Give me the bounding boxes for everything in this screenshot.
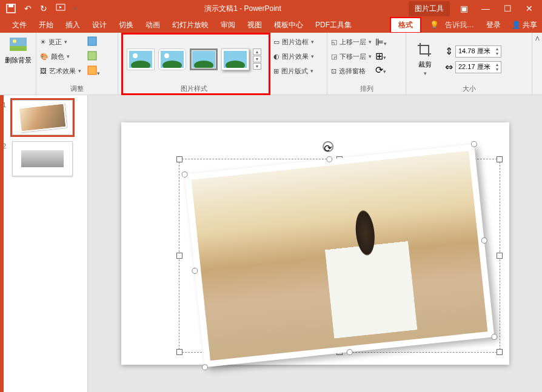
style-thumb-2[interactable] xyxy=(158,48,186,70)
palette-icon: 🎨 xyxy=(40,53,49,61)
send-backward-icon: ◲ xyxy=(331,53,337,61)
selection-pane-button[interactable]: ⊡选择窗格 xyxy=(331,64,372,78)
gallery-more-icon[interactable]: ▾ xyxy=(253,63,261,70)
redo-icon[interactable]: ↻ xyxy=(40,4,47,13)
close-icon[interactable]: ✕ xyxy=(521,4,537,13)
size-group-label: 大小 xyxy=(410,83,528,93)
gallery-up-icon[interactable]: ▴ xyxy=(253,48,261,55)
start-slideshow-icon[interactable] xyxy=(56,3,65,15)
remove-background-button[interactable]: 删除背景 xyxy=(4,35,32,65)
slide-canvas[interactable]: ⟳ xyxy=(88,95,542,392)
workspace: 1 2 ⟳ xyxy=(0,95,542,392)
layout-icon: ⊞ xyxy=(273,67,279,75)
align-icon[interactable]: ⊫▾ xyxy=(375,36,387,48)
window-title: 演示文稿1 - PowerPoint xyxy=(77,4,409,14)
styles-group-label: 图片样式 xyxy=(122,83,266,93)
thumb-slide-2[interactable]: 2 xyxy=(2,141,85,176)
tell-me-input[interactable]: 告诉我… xyxy=(439,18,480,33)
picture-effects-button[interactable]: ◐图片效果▾ xyxy=(273,50,314,63)
bring-forward-button[interactable]: ◱上移一层▾ xyxy=(331,35,372,48)
svg-rect-8 xyxy=(88,66,96,75)
accent-strip xyxy=(0,95,4,392)
group-icon[interactable]: ⊞▾ xyxy=(375,50,387,62)
height-icon: ⇕ xyxy=(445,45,453,57)
slide: ⟳ xyxy=(121,122,509,365)
svg-rect-6 xyxy=(88,37,96,45)
rotate-icon[interactable]: ⟳▾ xyxy=(375,64,387,76)
svg-rect-7 xyxy=(88,51,96,60)
ribbon: 删除背景 ☀更正▾ 🎨颜色▾ 🖼艺术效果▾ ▾ 调整 xyxy=(0,33,542,95)
share-button[interactable]: 👤 共享 xyxy=(507,18,542,33)
artistic-icon: 🖼 xyxy=(40,67,47,75)
svg-point-5 xyxy=(13,39,16,43)
tab-format[interactable]: 格式 xyxy=(390,17,421,33)
crop-button[interactable]: 裁剪 ▾ xyxy=(410,42,440,76)
undo-icon[interactable]: ↶ xyxy=(24,4,32,13)
thumb-slide-1[interactable]: 1 xyxy=(2,100,85,135)
tab-templates[interactable]: 模板中心 xyxy=(268,18,309,33)
photo-content xyxy=(191,151,487,360)
tab-transitions[interactable]: 切换 xyxy=(113,18,139,33)
tab-animations[interactable]: 动画 xyxy=(139,18,166,33)
style-thumb-1[interactable] xyxy=(127,48,155,70)
tab-design[interactable]: 设计 xyxy=(86,18,113,33)
arrange-group-label: 排列 xyxy=(331,83,402,93)
send-backward-button[interactable]: ◲下移一层▾ xyxy=(331,50,372,63)
inserted-picture[interactable]: ⟳ xyxy=(184,144,494,367)
picture-tools-label: 图片工具 xyxy=(409,1,450,16)
svg-point-11 xyxy=(133,53,138,58)
collapse-ribbon-icon[interactable]: ᐱ xyxy=(535,35,540,42)
login-button[interactable]: 登录 xyxy=(480,18,507,33)
border-icon: ▭ xyxy=(273,38,279,46)
picture-styles-gallery[interactable]: ▴ ▾ ▾ xyxy=(127,48,261,70)
height-input[interactable]: 14.78 厘米▴▾ xyxy=(455,45,501,58)
change-picture-icon[interactable] xyxy=(87,51,100,63)
selection-icon: ⊡ xyxy=(331,67,336,75)
artistic-effects-button[interactable]: 🖼艺术效果▾ xyxy=(40,64,81,78)
picture-border-button[interactable]: ▭图片边框▾ xyxy=(273,35,314,48)
ribbon-options-icon[interactable]: ▣ xyxy=(456,4,472,13)
width-icon: ⇔ xyxy=(445,61,453,73)
style-thumb-4[interactable] xyxy=(221,48,249,70)
rotate-handle-icon[interactable]: ⟳ xyxy=(322,141,334,153)
tab-slideshow[interactable]: 幻灯片放映 xyxy=(166,18,215,33)
svg-point-14 xyxy=(164,53,169,58)
picture-layout-button[interactable]: ⊞图片版式▾ xyxy=(273,64,313,78)
tab-pdf[interactable]: PDF工具集 xyxy=(309,18,358,33)
tab-file[interactable]: 文件 xyxy=(6,18,33,33)
reset-picture-icon[interactable]: ▾ xyxy=(87,65,100,78)
tab-view[interactable]: 视图 xyxy=(241,18,268,33)
corrections-button[interactable]: ☀更正▾ xyxy=(40,35,81,48)
color-button[interactable]: 🎨颜色▾ xyxy=(40,50,81,63)
effects-icon: ◐ xyxy=(273,53,279,61)
menu-bar: 文件 开始 插入 设计 切换 动画 幻灯片放映 审阅 视图 模板中心 PDF工具… xyxy=(0,17,542,33)
svg-rect-4 xyxy=(10,46,27,51)
slide-thumbnail-panel[interactable]: 1 2 xyxy=(0,95,88,392)
save-icon[interactable] xyxy=(6,4,16,13)
style-thumb-3[interactable] xyxy=(190,48,218,70)
minimize-icon[interactable]: — xyxy=(478,4,493,13)
tab-insert[interactable]: 插入 xyxy=(59,18,86,33)
tab-home[interactable]: 开始 xyxy=(33,18,59,33)
tab-review[interactable]: 审阅 xyxy=(215,18,241,33)
adjust-group-label: 调整 xyxy=(40,83,114,93)
compress-icon[interactable] xyxy=(87,36,100,48)
tell-me-icon: 💡 xyxy=(430,21,439,29)
title-bar: ↶ ↻ ▾ 演示文稿1 - PowerPoint 图片工具 ▣ — ☐ ✕ xyxy=(0,0,542,17)
gallery-down-icon[interactable]: ▾ xyxy=(253,56,261,62)
svg-rect-1 xyxy=(8,4,13,7)
bring-forward-icon: ◱ xyxy=(331,38,337,46)
width-input[interactable]: 22.17 厘米▴▾ xyxy=(455,61,501,73)
brightness-icon: ☀ xyxy=(40,38,46,46)
maximize-icon[interactable]: ☐ xyxy=(500,4,515,13)
